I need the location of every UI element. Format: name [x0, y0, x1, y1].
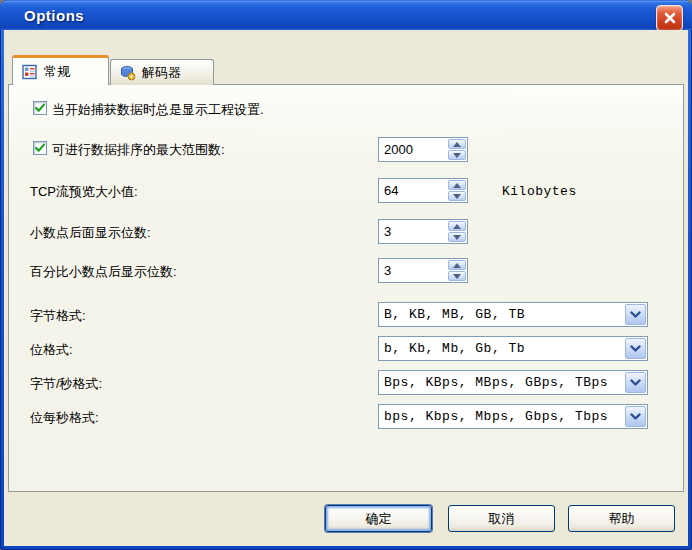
arrow-up-icon	[453, 183, 461, 188]
checkmark-icon	[34, 102, 46, 114]
show-project-settings-checkbox[interactable]	[33, 101, 47, 115]
bytes-per-sec-format-combo[interactable]: Bps, KBps, MBps, GBps, TBps	[378, 370, 648, 395]
bytes-per-sec-format-label: 字节/秒格式:	[30, 375, 102, 393]
dropdown-button[interactable]	[625, 304, 646, 325]
max-sort-range-checkbox[interactable]	[33, 141, 47, 155]
spin-buttons	[448, 139, 466, 160]
spin-up-button[interactable]	[448, 221, 466, 231]
ok-button[interactable]: 确定	[325, 505, 432, 532]
chevron-down-icon	[630, 379, 641, 387]
spin-up-button[interactable]	[448, 180, 466, 190]
decimal-digits-value[interactable]: 3	[384, 224, 391, 239]
spin-up-button[interactable]	[448, 260, 466, 270]
tcp-preview-size-spinner[interactable]: 64	[378, 178, 468, 203]
checkmark-icon	[34, 142, 46, 154]
arrow-down-icon	[453, 235, 461, 240]
decoder-icon	[120, 65, 136, 81]
tab-decoder-label: 解码器	[142, 64, 181, 82]
decimal-digits-label: 小数点后面显示位数:	[30, 224, 151, 242]
tcp-preview-size-label: TCP流预览大小值:	[30, 183, 138, 201]
percent-decimal-digits-label: 百分比小数点后显示位数:	[30, 263, 177, 281]
dropdown-button[interactable]	[625, 406, 646, 427]
decimal-digits-spinner[interactable]: 3	[378, 219, 468, 244]
dropdown-button[interactable]	[625, 372, 646, 393]
spin-buttons	[448, 260, 466, 281]
arrow-down-icon	[453, 153, 461, 158]
percent-decimal-digits-spinner[interactable]: 3	[378, 258, 468, 283]
close-button[interactable]	[656, 5, 683, 31]
chevron-down-icon	[630, 345, 641, 353]
dialog-window: Options 解码器	[0, 0, 692, 550]
kilobytes-suffix: Kilobytes	[502, 184, 577, 199]
bytes-per-sec-format-value: Bps, KBps, MBps, GBps, TBps	[384, 375, 621, 390]
cancel-button[interactable]: 取消	[448, 505, 555, 532]
arrow-up-icon	[453, 142, 461, 147]
arrow-up-icon	[453, 263, 461, 268]
byte-format-label: 字节格式:	[30, 307, 86, 325]
bit-format-label: 位格式:	[30, 341, 73, 359]
spin-buttons	[448, 221, 466, 242]
spin-buttons	[448, 180, 466, 201]
byte-format-combo[interactable]: B, KB, MB, GB, TB	[378, 302, 648, 327]
bit-format-value: b, Kb, Mb, Gb, Tb	[384, 341, 621, 356]
max-sort-range-label: 可进行数据排序的最大范围数:	[52, 141, 225, 159]
bits-per-sec-format-value: bps, Kbps, Mbps, Gbps, Tbps	[384, 409, 621, 424]
titlebar[interactable]: Options	[0, 0, 692, 30]
bits-per-sec-format-combo[interactable]: bps, Kbps, Mbps, Gbps, Tbps	[378, 404, 648, 429]
arrow-up-icon	[453, 224, 461, 229]
general-settings-icon	[22, 64, 38, 80]
spin-up-button[interactable]	[448, 139, 466, 149]
spin-down-button[interactable]	[448, 232, 466, 242]
chevron-down-icon	[630, 311, 641, 319]
arrow-down-icon	[453, 274, 461, 279]
bits-per-sec-format-label: 位每秒格式:	[30, 409, 99, 427]
tab-general[interactable]: 常规	[12, 55, 109, 85]
spin-down-button[interactable]	[448, 271, 466, 281]
byte-format-value: B, KB, MB, GB, TB	[384, 307, 621, 322]
spin-down-button[interactable]	[448, 191, 466, 201]
max-sort-range-spinner[interactable]: 2000	[378, 137, 468, 162]
bit-format-combo[interactable]: b, Kb, Mb, Gb, Tb	[378, 336, 648, 361]
show-project-settings-label: 当开始捕获数据时总是显示工程设置.	[52, 101, 264, 119]
dropdown-button[interactable]	[625, 338, 646, 359]
window-title: Options	[24, 7, 84, 24]
spin-down-button[interactable]	[448, 150, 466, 160]
help-button[interactable]: 帮助	[568, 505, 675, 532]
tcp-preview-size-value[interactable]: 64	[384, 183, 398, 198]
arrow-down-icon	[453, 194, 461, 199]
close-icon	[663, 11, 677, 25]
percent-decimal-digits-value[interactable]: 3	[384, 263, 391, 278]
tab-general-label: 常规	[44, 63, 70, 81]
options-dialog: Options 解码器	[0, 0, 692, 550]
max-sort-range-value[interactable]: 2000	[384, 142, 413, 157]
tab-decoder[interactable]: 解码器	[110, 59, 214, 85]
chevron-down-icon	[630, 413, 641, 421]
